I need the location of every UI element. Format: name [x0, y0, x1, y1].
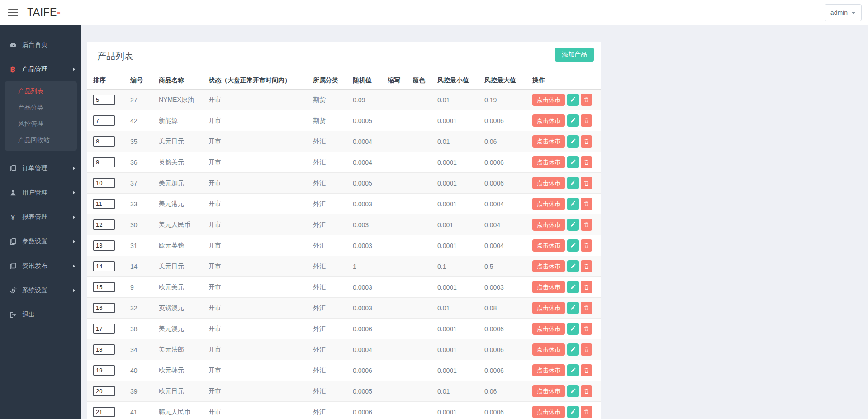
sidebar-item-parameters[interactable]: 参数设置	[0, 229, 81, 254]
edit-button[interactable]	[567, 281, 579, 293]
edit-button[interactable]	[567, 219, 579, 231]
close-market-button[interactable]: 点击休市	[532, 198, 565, 210]
delete-button[interactable]	[581, 406, 592, 418]
sort-input[interactable]	[93, 95, 115, 105]
edit-button[interactable]	[567, 406, 579, 418]
edit-button[interactable]	[567, 323, 579, 335]
close-market-button[interactable]: 点击休市	[532, 239, 565, 252]
close-market-button[interactable]: 点击休市	[532, 385, 565, 397]
sort-input[interactable]	[93, 282, 115, 292]
risk-max-cell: 0.0006	[484, 319, 532, 339]
edit-button[interactable]	[567, 156, 579, 168]
sort-input[interactable]	[93, 344, 115, 355]
sort-input[interactable]	[93, 386, 115, 396]
delete-button[interactable]	[581, 302, 592, 314]
submenu-item-product-recycle[interactable]: 产品回收站	[5, 132, 77, 148]
delete-button[interactable]	[581, 385, 592, 397]
delete-button[interactable]	[581, 219, 592, 231]
edit-button[interactable]	[567, 135, 579, 148]
sort-input[interactable]	[93, 115, 115, 126]
edit-button[interactable]	[567, 385, 579, 397]
product-name-cell: 欧元韩元	[159, 360, 209, 381]
sidebar-item-users[interactable]: 用户管理	[0, 181, 81, 205]
close-market-button[interactable]: 点击休市	[532, 364, 565, 376]
sidebar-toggle-icon[interactable]	[8, 9, 18, 16]
sort-input[interactable]	[93, 136, 115, 147]
sort-input[interactable]	[93, 303, 115, 313]
close-market-button[interactable]: 点击休市	[532, 343, 565, 356]
edit-button[interactable]	[567, 114, 579, 127]
signout-icon	[9, 311, 17, 319]
color-cell	[413, 256, 437, 277]
sort-input[interactable]	[93, 157, 115, 167]
delete-button[interactable]	[581, 198, 592, 210]
pencil-icon	[570, 138, 576, 144]
risk-min-cell: 0.0001	[437, 319, 484, 339]
risk-min-cell: 0.0001	[437, 152, 484, 173]
sort-input[interactable]	[93, 261, 115, 271]
status-cell: 开市	[209, 402, 313, 419]
edit-button[interactable]	[567, 260, 579, 272]
edit-button[interactable]	[567, 239, 579, 252]
close-market-button[interactable]: 点击休市	[532, 281, 565, 293]
sidebar-item-orders[interactable]: 订单管理	[0, 156, 81, 181]
delete-button[interactable]	[581, 156, 592, 168]
sort-input[interactable]	[93, 324, 115, 334]
submenu-item-risk-management[interactable]: 风控管理	[5, 115, 77, 132]
edit-button[interactable]	[567, 302, 579, 314]
close-market-button[interactable]: 点击休市	[532, 260, 565, 272]
edit-button[interactable]	[567, 177, 579, 189]
status-cell: 开市	[209, 360, 313, 381]
edit-button[interactable]	[567, 364, 579, 376]
sort-input[interactable]	[93, 219, 115, 230]
sort-input[interactable]	[93, 199, 115, 209]
close-market-button[interactable]: 点击休市	[532, 177, 565, 189]
delete-button[interactable]	[581, 260, 592, 272]
sidebar-item-reports[interactable]: ¥ 报表管理	[0, 205, 81, 229]
sidebar-item-label: 订单管理	[22, 164, 73, 172]
close-market-button[interactable]: 点击休市	[532, 406, 565, 418]
sidebar-item-system-settings[interactable]: 系统设置	[0, 278, 81, 303]
admin-user-dropdown[interactable]: admin	[825, 4, 862, 21]
submenu-item-product-category[interactable]: 产品分类	[5, 99, 77, 115]
delete-button[interactable]	[581, 177, 592, 189]
sort-input[interactable]	[93, 365, 115, 376]
delete-button[interactable]	[581, 239, 592, 252]
delete-button[interactable]	[581, 135, 592, 148]
product-name-cell: NYMEX原油	[159, 90, 209, 110]
trash-icon	[583, 243, 589, 248]
delete-button[interactable]	[581, 343, 592, 356]
close-market-button[interactable]: 点击休市	[532, 94, 565, 106]
delete-button[interactable]	[581, 94, 592, 106]
close-market-button[interactable]: 点击休市	[532, 135, 565, 148]
submenu-item-product-list[interactable]: 产品列表	[5, 83, 77, 99]
close-market-button[interactable]: 点击休市	[532, 114, 565, 127]
close-market-button[interactable]: 点击休市	[532, 323, 565, 335]
product-name-cell: 英镑美元	[159, 152, 209, 173]
sort-input[interactable]	[93, 240, 115, 251]
sort-input[interactable]	[93, 178, 115, 188]
sort-input[interactable]	[93, 407, 115, 417]
close-market-button[interactable]: 点击休市	[532, 156, 565, 168]
table-row: 33 美元港元 开市 外汇 0.0003 0.0001 0.0004 点击休市	[87, 194, 601, 214]
close-market-button[interactable]: 点击休市	[532, 219, 565, 231]
sidebar-item-news[interactable]: 资讯发布	[0, 254, 81, 278]
delete-button[interactable]	[581, 114, 592, 127]
edit-button[interactable]	[567, 94, 579, 106]
trash-icon	[583, 409, 589, 415]
sidebar-item-logout[interactable]: 退出	[0, 303, 81, 327]
close-market-button[interactable]: 点击休市	[532, 302, 565, 314]
edit-button[interactable]	[567, 343, 579, 356]
status-cell: 开市	[209, 214, 313, 235]
color-cell	[413, 194, 437, 214]
add-product-button[interactable]: 添加产品	[555, 48, 594, 62]
category-cell: 外汇	[313, 277, 353, 298]
edit-button[interactable]	[567, 198, 579, 210]
table-body: 27 NYMEX原油 开市 期货 0.09 0.01 0.19 点击休市 42 …	[87, 90, 601, 419]
sidebar-item-dashboard[interactable]: 后台首页	[0, 33, 81, 57]
abbr-cell	[388, 360, 413, 381]
delete-button[interactable]	[581, 281, 592, 293]
sidebar-item-products[interactable]: ฿ 产品管理	[0, 57, 81, 81]
delete-button[interactable]	[581, 364, 592, 376]
delete-button[interactable]	[581, 323, 592, 335]
